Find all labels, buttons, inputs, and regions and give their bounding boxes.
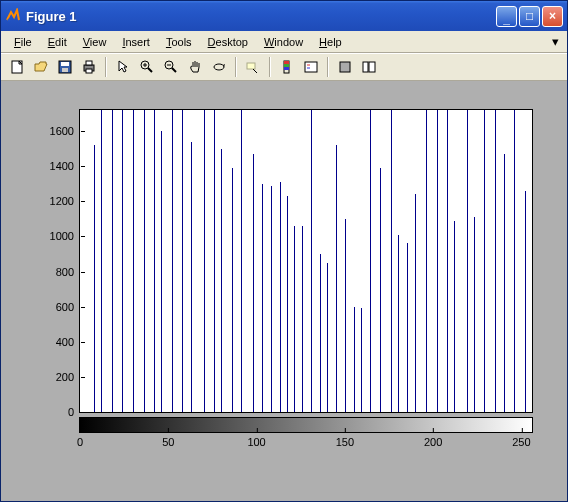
- show-plot-tools-button[interactable]: [357, 56, 380, 78]
- svg-rect-6: [86, 61, 92, 65]
- stem-line: [426, 110, 427, 412]
- stem-line: [447, 110, 448, 412]
- svg-rect-3: [61, 62, 69, 66]
- window-title: Figure 1: [26, 9, 496, 24]
- insert-colorbar-button[interactable]: [275, 56, 298, 78]
- minimize-button[interactable]: _: [496, 6, 517, 27]
- stem-line: [454, 221, 455, 412]
- stem-line: [161, 131, 162, 412]
- titlebar[interactable]: Figure 1 _ □ ×: [1, 1, 567, 31]
- stem-line: [144, 110, 145, 412]
- maximize-button[interactable]: □: [519, 6, 540, 27]
- matlab-icon: [5, 8, 21, 24]
- toolbar-separator: [235, 57, 237, 77]
- menu-edit[interactable]: Edit: [41, 34, 74, 50]
- stem-line: [253, 154, 254, 412]
- colorbar[interactable]: 050100150200250: [79, 417, 533, 433]
- svg-line-13: [172, 68, 176, 72]
- menu-view[interactable]: View: [76, 34, 114, 50]
- colorbar-tick-label: 100: [247, 432, 265, 448]
- svg-line-9: [148, 68, 152, 72]
- svg-line-17: [253, 69, 257, 73]
- y-tick-label: 200: [56, 371, 80, 383]
- rotate-button[interactable]: [207, 56, 230, 78]
- toolbar-separator: [327, 57, 329, 77]
- stem-line: [101, 110, 102, 412]
- stem-line: [182, 110, 183, 412]
- stem-line: [525, 191, 526, 412]
- open-button[interactable]: [29, 56, 52, 78]
- stem-line: [474, 217, 475, 412]
- stem-plot: [80, 110, 532, 412]
- stem-line: [514, 110, 515, 412]
- svg-rect-26: [363, 62, 368, 72]
- colorbar-tick-label: 50: [162, 432, 174, 448]
- svg-rect-20: [284, 64, 289, 67]
- zoom-out-button[interactable]: [159, 56, 182, 78]
- colorbar-tick-label: 200: [424, 432, 442, 448]
- dock-icon[interactable]: ▾: [552, 34, 561, 49]
- figure-canvas: 02004006008001000120014001600 0501001502…: [31, 109, 537, 461]
- toolbar-separator: [269, 57, 271, 77]
- y-tick-label: 600: [56, 301, 80, 313]
- svg-point-15: [214, 64, 224, 70]
- stem-line: [191, 142, 192, 412]
- svg-rect-4: [62, 68, 68, 72]
- stem-line: [112, 110, 113, 412]
- svg-point-0: [8, 19, 11, 22]
- stem-line: [354, 307, 355, 412]
- new-figure-button[interactable]: [5, 56, 28, 78]
- print-button[interactable]: [77, 56, 100, 78]
- stem-line: [133, 110, 134, 412]
- stem-line: [407, 243, 408, 412]
- save-button[interactable]: [53, 56, 76, 78]
- stem-line: [122, 110, 123, 412]
- stem-line: [370, 110, 371, 412]
- pan-button[interactable]: [183, 56, 206, 78]
- svg-rect-7: [86, 69, 92, 73]
- menu-insert[interactable]: Insert: [115, 34, 157, 50]
- stem-line: [398, 235, 399, 412]
- stem-line: [241, 110, 242, 412]
- insert-legend-button[interactable]: [299, 56, 322, 78]
- stem-line: [294, 226, 295, 412]
- axes[interactable]: 02004006008001000120014001600: [79, 109, 533, 413]
- y-tick-label: 800: [56, 266, 80, 278]
- menu-help[interactable]: Help: [312, 34, 349, 50]
- stem-line: [320, 254, 321, 412]
- stem-line: [484, 110, 485, 412]
- figure-client-area: 02004006008001000120014001600 0501001502…: [1, 81, 567, 501]
- stem-line: [232, 168, 233, 412]
- menu-window[interactable]: Window: [257, 34, 310, 50]
- stem-line: [361, 308, 362, 412]
- y-tick-label: 1000: [50, 230, 80, 242]
- zoom-in-button[interactable]: [135, 56, 158, 78]
- stem-line: [172, 110, 173, 412]
- close-button[interactable]: ×: [542, 6, 563, 27]
- y-tick-label: 1400: [50, 160, 80, 172]
- menu-desktop[interactable]: Desktop: [201, 34, 255, 50]
- stem-line: [380, 168, 381, 412]
- menu-tools[interactable]: Tools: [159, 34, 199, 50]
- menubar: File Edit View Insert Tools Desktop Wind…: [1, 31, 567, 53]
- svg-rect-16: [247, 63, 255, 69]
- window-buttons: _ □ ×: [496, 6, 563, 27]
- stem-line: [94, 145, 95, 412]
- svg-rect-19: [284, 61, 289, 64]
- stem-line: [221, 149, 222, 412]
- stem-line: [262, 184, 263, 412]
- stem-line: [345, 219, 346, 412]
- stem-line: [280, 182, 281, 412]
- hide-plot-tools-button[interactable]: [333, 56, 356, 78]
- stem-line: [204, 110, 205, 412]
- y-tick-label: 1200: [50, 195, 80, 207]
- pointer-button[interactable]: [111, 56, 134, 78]
- stem-line: [415, 194, 416, 412]
- toolbar-separator: [105, 57, 107, 77]
- colorbar-tick-label: 0: [77, 432, 83, 448]
- stem-line: [327, 263, 328, 412]
- stem-line: [467, 110, 468, 412]
- menu-file[interactable]: File: [7, 34, 39, 50]
- data-cursor-button[interactable]: [241, 56, 264, 78]
- stem-line: [214, 110, 215, 412]
